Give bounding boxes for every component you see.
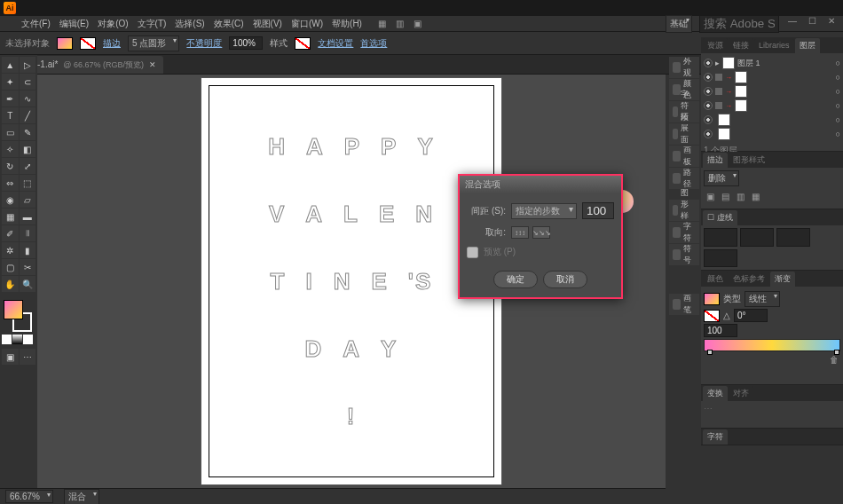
layer-row[interactable]: →○	[704, 98, 840, 113]
visibility-icon[interactable]	[704, 130, 713, 138]
arrange-icon[interactable]: ▥	[394, 18, 406, 30]
tab-stroke[interactable]: 描边	[703, 153, 728, 168]
align-icon[interactable]: ▣	[704, 190, 716, 202]
visibility-icon[interactable]	[704, 59, 713, 67]
layer-row[interactable]: ○	[704, 113, 840, 127]
blend-tool[interactable]: ⫴	[20, 225, 36, 241]
layer-row[interactable]: ○	[704, 127, 840, 141]
artboard-tool[interactable]: ▢	[2, 259, 19, 275]
menu-select[interactable]: 选择(S)	[171, 16, 208, 32]
cancel-button[interactable]: 取消	[543, 271, 587, 288]
opacity-link[interactable]: 不透明度	[186, 37, 222, 50]
visibility-icon[interactable]	[704, 87, 713, 96]
eraser-tool[interactable]: ◧	[20, 141, 36, 157]
fill-stroke-indicator[interactable]	[2, 300, 34, 332]
workspace-switcher[interactable]: 基础	[666, 15, 692, 33]
colormode-gradient[interactable]	[12, 335, 22, 344]
opacity-field[interactable]: 100%	[229, 36, 263, 50]
stroke-weight[interactable]: 5 点圆形	[128, 35, 179, 51]
gradient-pos[interactable]: 100	[704, 324, 737, 337]
scale-tool[interactable]: ⤢	[20, 158, 36, 174]
menu-help[interactable]: 帮助(H)	[328, 16, 366, 32]
menu-effect[interactable]: 效果(C)	[210, 16, 248, 32]
stock-search[interactable]	[699, 15, 779, 33]
align-icon[interactable]: ▤	[719, 190, 731, 202]
menu-edit[interactable]: 编辑(E)	[56, 16, 92, 32]
free-transform-tool[interactable]: ⬚	[20, 175, 36, 191]
zoom-tool[interactable]: 🔍	[20, 276, 36, 292]
edit-toolbar[interactable]: ⋯	[20, 349, 36, 365]
panel-character[interactable]: 字符	[669, 222, 699, 243]
lock-icon[interactable]	[715, 88, 722, 95]
menu-window[interactable]: 窗口(W)	[288, 16, 327, 32]
align-icon[interactable]: ▥	[734, 190, 746, 202]
dash-field[interactable]	[704, 249, 737, 268]
visibility-icon[interactable]	[704, 73, 713, 82]
gradient-type[interactable]: 线性	[745, 291, 780, 307]
minimize-icon[interactable]: —	[786, 15, 799, 28]
width-tool[interactable]: ⇔	[2, 175, 19, 191]
prefs-link[interactable]: 首选项	[360, 37, 387, 50]
spacing-select[interactable]: 指定的步数	[511, 203, 577, 219]
tab-gradient[interactable]: 渐变	[770, 272, 795, 287]
magic-wand-tool[interactable]: ✦	[2, 74, 19, 90]
curvature-tool[interactable]: ∿	[20, 91, 36, 106]
menu-view[interactable]: 视图(V)	[249, 16, 286, 32]
type-tool[interactable]: T	[2, 107, 19, 123]
ok-button[interactable]: 确定	[493, 271, 538, 288]
orient-page-icon[interactable]: ↕↕↕	[511, 226, 529, 239]
gpu-icon[interactable]: ▣	[412, 18, 424, 30]
visibility-icon[interactable]	[704, 115, 713, 124]
gradient-stroke[interactable]	[704, 310, 720, 322]
layer-row[interactable]: →○	[704, 84, 840, 98]
tab-align[interactable]: 对齐	[729, 386, 753, 401]
layer-row[interactable]: →○	[704, 70, 840, 84]
shaper-tool[interactable]: ✧	[2, 141, 19, 157]
dash-field[interactable]	[704, 228, 737, 247]
gradient-slider[interactable]	[704, 339, 840, 351]
lock-icon[interactable]	[715, 74, 722, 81]
graph-tool[interactable]: ▮	[20, 242, 36, 258]
maximize-icon[interactable]: ☐	[806, 15, 818, 28]
pen-tool[interactable]: ✒	[2, 91, 19, 106]
perspective-tool[interactable]: ▱	[20, 192, 36, 208]
gradient-preview[interactable]	[704, 293, 720, 305]
brush-tool[interactable]: ✎	[20, 124, 36, 140]
lock-icon[interactable]	[715, 102, 722, 109]
layer-row[interactable]: ▸图层 1○	[704, 56, 840, 70]
dash-field[interactable]	[776, 228, 810, 247]
tab-dash[interactable]: ☐ 虚线	[703, 210, 737, 225]
align-icon[interactable]: ▦	[749, 190, 761, 202]
panel-artboards[interactable]: 画板	[669, 146, 699, 167]
trash-icon[interactable]: 🗑	[828, 353, 840, 366]
panel-appearance[interactable]: 外观	[669, 57, 699, 78]
menu-file[interactable]: 文件(F)	[18, 16, 54, 32]
bridge-icon[interactable]: ▦	[376, 18, 389, 30]
gradient-tool[interactable]: ▬	[20, 209, 36, 224]
fill-swatch[interactable]	[57, 37, 73, 50]
tab-close-icon[interactable]: ✕	[149, 60, 156, 69]
colormode-none[interactable]	[23, 335, 33, 344]
tab-libraries[interactable]: Libraries	[754, 39, 794, 51]
gradient-angle[interactable]: 0°	[734, 309, 768, 322]
rectangle-tool[interactable]: ▭	[2, 124, 19, 140]
tab-links[interactable]: 链接	[729, 38, 753, 53]
menu-object[interactable]: 对象(O)	[94, 16, 131, 32]
line-tool[interactable]: ╱	[20, 107, 36, 123]
panel-pathfinder[interactable]: 路径	[669, 168, 699, 189]
tab-gfxstyles[interactable]: 图形样式	[729, 153, 769, 168]
stroke-mode[interactable]: 删除	[704, 170, 739, 186]
tab-transform[interactable]: 变换	[703, 386, 728, 401]
tab-layers[interactable]: 图层	[795, 38, 820, 53]
direct-select-tool[interactable]: ▷	[20, 57, 36, 73]
panel-symbols[interactable]: 符号	[669, 244, 699, 265]
tab-assets[interactable]: 资源	[703, 38, 728, 53]
panel-graphicstyles[interactable]: 图形样式	[669, 200, 699, 221]
style-swatch[interactable]	[295, 37, 311, 50]
shape-builder-tool[interactable]: ◉	[2, 192, 19, 208]
slice-tool[interactable]: ✂	[20, 259, 36, 275]
screenmode-tool[interactable]: ▣	[2, 349, 19, 365]
panel-extensions[interactable]: 拓展面板	[669, 123, 699, 145]
stroke-link[interactable]: 描边	[103, 37, 121, 50]
rotate-tool[interactable]: ↻	[2, 158, 19, 174]
